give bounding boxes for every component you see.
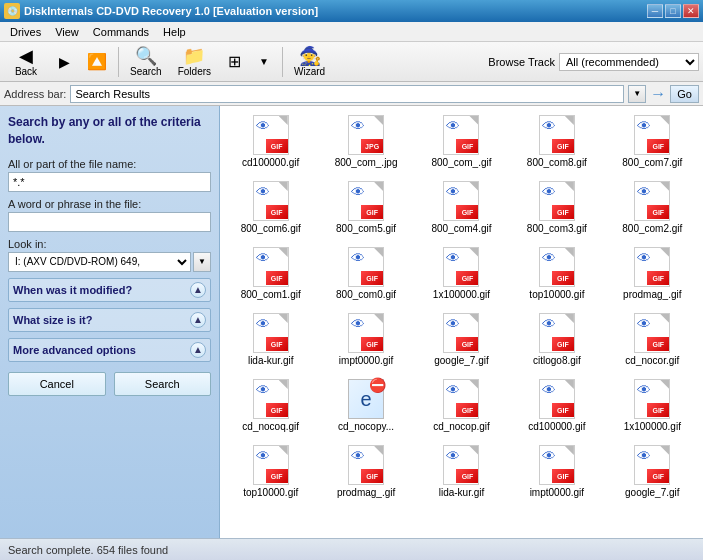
menu-commands[interactable]: Commands: [87, 24, 155, 40]
list-item[interactable]: 👁GIF1x100000.gif: [606, 374, 699, 438]
status-text: Search complete. 654 files found: [8, 544, 168, 556]
right-panel[interactable]: 👁GIFcd100000.gif👁JPG800_com_.jpg👁GIF800_…: [220, 106, 703, 538]
file-name: prodmag_.gif: [623, 289, 681, 301]
size-section[interactable]: What size is it? ▲: [8, 308, 211, 332]
list-item[interactable]: 👁GIFlida-kur.gif: [415, 440, 508, 504]
file-name: 800_com4.gif: [431, 223, 491, 235]
advanced-section[interactable]: More advanced options ▲: [8, 338, 211, 362]
filename-label: All or part of the file name:: [8, 158, 211, 170]
size-expand-icon[interactable]: ▲: [190, 312, 206, 328]
folders-button[interactable]: 📁 Folders: [171, 44, 218, 80]
lookin-row: I: (AXV CD/DVD-ROM) 649, ▼: [8, 252, 211, 272]
list-item[interactable]: 👁GIF800_com5.gif: [319, 176, 412, 240]
menu-help[interactable]: Help: [157, 24, 192, 40]
when-modified-label: When was it modified?: [13, 284, 132, 296]
wizard-button[interactable]: 🧙 Wizard: [287, 44, 332, 80]
list-item[interactable]: 👁GIF800_com0.gif: [319, 242, 412, 306]
list-item[interactable]: 👁GIFcd100000.gif: [224, 110, 317, 174]
list-item[interactable]: 👁JPG800_com_.jpg: [319, 110, 412, 174]
file-grid: 👁GIFcd100000.gif👁JPG800_com_.jpg👁GIF800_…: [220, 106, 703, 508]
menu-view[interactable]: View: [49, 24, 85, 40]
phrase-section: A word or phrase in the file:: [8, 198, 211, 232]
address-label: Address bar:: [4, 88, 66, 100]
maximize-button[interactable]: □: [665, 4, 681, 18]
file-name: lida-kur.gif: [248, 355, 294, 367]
folders-icon: 📁: [183, 47, 205, 65]
lookin-select[interactable]: I: (AXV CD/DVD-ROM) 649,: [8, 252, 191, 272]
filename-input[interactable]: [8, 172, 211, 192]
list-item[interactable]: 👁GIFgoogle_7.gif: [606, 440, 699, 504]
list-item[interactable]: 👁GIFtop10000.gif: [224, 440, 317, 504]
address-dropdown-button[interactable]: ▼: [628, 85, 646, 103]
go-label: Go: [677, 88, 692, 100]
list-item[interactable]: 👁GIF800_com7.gif: [606, 110, 699, 174]
advanced-expand-icon[interactable]: ▲: [190, 342, 206, 358]
list-item[interactable]: 👁GIF800_com6.gif: [224, 176, 317, 240]
address-input[interactable]: [70, 85, 624, 103]
menu-drives[interactable]: Drives: [4, 24, 47, 40]
list-item[interactable]: 👁GIFimpt0000.gif: [510, 440, 603, 504]
file-name: top10000.gif: [529, 289, 584, 301]
title-controls: ─ □ ✕: [647, 4, 699, 18]
list-item[interactable]: 👁GIFprodmag_.gif: [319, 440, 412, 504]
list-item[interactable]: 👁GIF800_com4.gif: [415, 176, 508, 240]
file-name: 800_com3.gif: [527, 223, 587, 235]
file-name: 800_com0.gif: [336, 289, 396, 301]
dropdown-icon: ▼: [259, 57, 269, 67]
forward-icon: ▶: [59, 55, 70, 69]
close-button[interactable]: ✕: [683, 4, 699, 18]
list-item[interactable]: e⛔cd_nocopy...: [319, 374, 412, 438]
left-panel: Search by any or all of the criteria bel…: [0, 106, 220, 538]
file-name: prodmag_.gif: [337, 487, 395, 499]
file-name: 800_com_.gif: [431, 157, 491, 169]
list-item[interactable]: 👁GIFgoogle_7.gif: [415, 308, 508, 372]
when-modified-expand-icon[interactable]: ▲: [190, 282, 206, 298]
phrase-label: A word or phrase in the file:: [8, 198, 211, 210]
forward-button[interactable]: ▶: [50, 44, 78, 80]
minimize-button[interactable]: ─: [647, 4, 663, 18]
file-name: 800_com_.jpg: [335, 157, 398, 169]
list-item[interactable]: 👁GIF800_com_.gif: [415, 110, 508, 174]
browse-track-label: Browse Track: [488, 56, 555, 68]
back-button[interactable]: ◀ Back: [4, 44, 48, 80]
list-item[interactable]: 👁GIFcd_nocoq.gif: [224, 374, 317, 438]
list-item[interactable]: 👁GIF800_com1.gif: [224, 242, 317, 306]
list-item[interactable]: 👁GIFimpt0000.gif: [319, 308, 412, 372]
list-item[interactable]: 👁GIFprodmag_.gif: [606, 242, 699, 306]
list-item[interactable]: 👁GIFcitlogo8.gif: [510, 308, 603, 372]
cancel-button[interactable]: Cancel: [8, 372, 106, 396]
list-item[interactable]: 👁GIF1x100000.gif: [415, 242, 508, 306]
file-name: google_7.gif: [625, 487, 680, 499]
search-button[interactable]: 🔍 Search: [123, 44, 169, 80]
search-action-button[interactable]: Search: [114, 372, 212, 396]
window-title: DiskInternals CD-DVD Recovery 1.0 [Evalu…: [24, 5, 318, 17]
list-item[interactable]: 👁GIF800_com8.gif: [510, 110, 603, 174]
phrase-input[interactable]: [8, 212, 211, 232]
browse-track-select[interactable]: All (recommended): [559, 53, 699, 71]
file-name: impt0000.gif: [339, 355, 393, 367]
size-label: What size is it?: [13, 314, 92, 326]
file-name: 1x100000.gif: [624, 421, 681, 433]
list-item[interactable]: 👁GIF800_com3.gif: [510, 176, 603, 240]
file-name: 800_com6.gif: [241, 223, 301, 235]
view-button[interactable]: ⊞: [220, 44, 248, 80]
list-item[interactable]: 👁GIFcd_nocor.gif: [606, 308, 699, 372]
lookin-label: Look in:: [8, 238, 211, 250]
back-icon: ◀: [19, 47, 33, 65]
file-name: 1x100000.gif: [433, 289, 490, 301]
list-item[interactable]: 👁GIF800_com2.gif: [606, 176, 699, 240]
advanced-label: More advanced options: [13, 344, 136, 356]
view-dropdown-button[interactable]: ▼: [250, 44, 278, 80]
file-name: impt0000.gif: [530, 487, 584, 499]
list-item[interactable]: 👁GIFtop10000.gif: [510, 242, 603, 306]
list-item[interactable]: 👁GIFcd100000.gif: [510, 374, 603, 438]
file-name: 800_com1.gif: [241, 289, 301, 301]
list-item[interactable]: 👁GIFlida-kur.gif: [224, 308, 317, 372]
go-button[interactable]: Go: [670, 85, 699, 103]
lookin-section: Look in: I: (AXV CD/DVD-ROM) 649, ▼: [8, 238, 211, 272]
list-item[interactable]: 👁GIFcd_nocop.gif: [415, 374, 508, 438]
lookin-dropdown-button[interactable]: ▼: [193, 252, 211, 272]
nav-arrow-left[interactable]: →: [650, 85, 666, 103]
up-button[interactable]: 🔼: [80, 44, 114, 80]
when-modified-section[interactable]: When was it modified? ▲: [8, 278, 211, 302]
